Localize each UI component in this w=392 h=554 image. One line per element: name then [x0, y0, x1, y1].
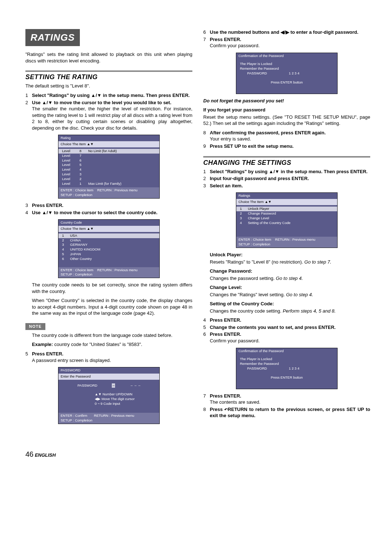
unlock-body: Resets "Ratings" to "Level 8" (no restri… [210, 259, 370, 265]
c-step6: Press ENTER. [210, 331, 241, 337]
forget-body: Reset the setup menu settings. (See "TO … [203, 114, 370, 127]
screen-subtitle: Choice The Item ▲▼ [58, 141, 159, 147]
page-title: RATINGS [25, 29, 80, 46]
intro-text: "Ratings" sets the rating limit allowed … [25, 51, 192, 64]
screen-title: Rating [58, 135, 159, 141]
note-body: The country code is different from the l… [32, 332, 192, 339]
note-label: NOTE [25, 323, 45, 330]
step2-body: The smaller the number, the higher the l… [32, 106, 192, 131]
r-step8-body: Your entry is saved. [210, 136, 251, 142]
screen-subtitle: Enter the Password [58, 374, 159, 380]
cp-body: Changes the password setting. Go to step… [210, 275, 370, 282]
r-step6: Use the numbered buttons and ◀/▶ to ente… [210, 29, 358, 35]
cc-head: Setting of the Country Code: [210, 301, 370, 307]
step4: Use ▲/▼ to move the cursor to select the… [32, 210, 158, 215]
cc-body: Changes the country code setting. Perfor… [210, 308, 370, 314]
section-setting-rating: SETTING THE RATING [25, 70, 192, 81]
step5: Press ENTER. [32, 351, 64, 357]
r-step8: After confirming the password, press ENT… [210, 130, 326, 135]
c-step3: Select an item. [210, 183, 243, 188]
section-changing: CHANGING THE SETTINGS [203, 156, 370, 167]
country-body: The country code needs to be set correct… [32, 282, 192, 294]
screen-title: Ratings [236, 193, 337, 199]
return-icon: ↶ [224, 407, 228, 412]
confirm-screen-2: Confirmation of the Password The Player … [236, 348, 338, 389]
page-footer: 46 ENGLISH [25, 449, 370, 459]
country-screen: Country Code Choice The Item ▲▼ 1USA 2CH… [58, 219, 160, 278]
ratings-menu-screen: Ratings Choice The Item ▲▼ 1Unlock Playe… [236, 192, 338, 248]
step1: Select "Ratings" by using ▲/▼ in the set… [32, 93, 190, 98]
country-body2: When "Other Country" is selected in the … [32, 297, 192, 317]
c-step2: Input four-digit password and press ENTE… [210, 176, 309, 181]
cl-head: Change Level: [210, 284, 370, 291]
unlock-head: Unlock Player: [210, 252, 370, 258]
c-step6-body: Confirm your password. [210, 338, 260, 343]
r-step7-body: Confirm your password. [210, 43, 260, 48]
example: Example: country code for "United States… [32, 341, 192, 348]
cp-head: Change Password: [210, 268, 370, 274]
c-step1: Select "Ratings" by using ▲/▼ in the set… [210, 169, 368, 174]
step5-body: A password entry screen is displayed. [32, 358, 111, 363]
page-number: 46 [25, 450, 33, 458]
screen-subtitle: Choice The Item ▲▼ [236, 199, 337, 205]
forget-head: If you forget your password [203, 107, 370, 113]
c-step4: Press ENTER. [210, 317, 241, 323]
confirm-screen-1: Confirmation of the Password The Player … [236, 53, 338, 94]
footer-lang: ENGLISH [35, 452, 56, 458]
c-step7-body: The contents are saved. [210, 399, 260, 405]
c-step5: Change the contents you want to set, and… [210, 325, 336, 330]
screen-title: Confirmation of the Password [236, 53, 337, 59]
rating-screen: Rating Choice The Item ▲▼ Level8No Limit… [58, 135, 160, 199]
password-screen: PASSWORD Enter the Password PASSWORD –– … [58, 367, 160, 424]
warn-text: Do not forget the password you set! [203, 98, 284, 103]
r-step9: Press SET UP to exit the setup menu. [210, 143, 294, 149]
left-column: RATINGS "Ratings" sets the rating limit … [25, 29, 192, 428]
step2: Use ▲/▼ to move the cursor to the level … [32, 100, 171, 105]
default-text: The default setting is "Level 8". [25, 83, 192, 89]
screen-subtitle: Choice The Item ▲▼ [58, 226, 159, 232]
c-step8: Press ↶RETURN to return to the previous … [210, 407, 370, 419]
screen-title: PASSWORD [58, 367, 159, 374]
right-column: 6Use the numbered buttons and ◀/▶ to ent… [203, 29, 370, 428]
screen-title: Country Code [58, 220, 159, 226]
r-step7: Press ENTER. [210, 37, 241, 42]
screen-title: Confirmation of the Password [236, 348, 337, 354]
c-step7: Press ENTER. [210, 393, 241, 399]
cl-body: Changes the "Ratings" level setting. Go … [210, 292, 370, 298]
step3: Press ENTER. [32, 203, 64, 208]
